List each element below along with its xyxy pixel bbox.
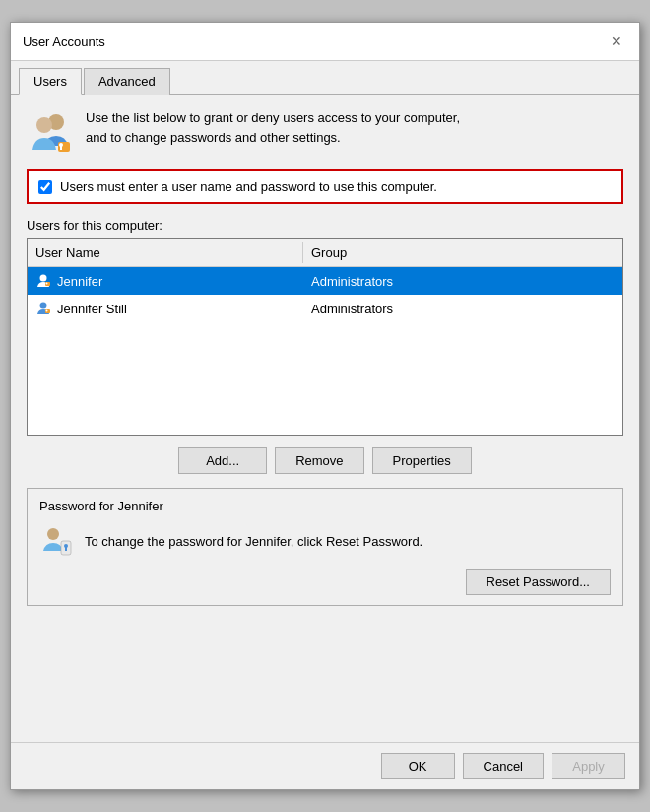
window-title: User Accounts xyxy=(23,34,105,49)
tab-advanced[interactable]: Advanced xyxy=(84,68,170,95)
tab-content: Use the list below to grant or deny user… xyxy=(11,95,639,742)
password-section-title: Password for Jennifer xyxy=(39,499,611,513)
cancel-button[interactable]: Cancel xyxy=(463,753,544,779)
reset-btn-row: Reset Password... xyxy=(39,569,611,595)
col-header-group: Group xyxy=(303,242,622,263)
properties-button[interactable]: Properties xyxy=(372,447,472,474)
user-row-icon xyxy=(35,301,51,316)
dialog-footer: OK Cancel Apply xyxy=(11,742,639,789)
tab-users[interactable]: Users xyxy=(19,68,82,95)
must-enter-password-checkbox[interactable] xyxy=(38,180,52,194)
svg-point-10 xyxy=(46,310,48,312)
users-table: User Name Group Jennifer Administrators xyxy=(27,238,623,436)
user-action-buttons: Add... Remove Properties xyxy=(27,447,623,474)
password-section: Password for Jennifer To change the pass… xyxy=(27,488,623,606)
table-row[interactable]: Jennifer Administrators xyxy=(28,267,622,295)
must-enter-password-section: Users must enter a user name and passwor… xyxy=(27,169,623,204)
users-icon xyxy=(27,108,74,156)
svg-rect-4 xyxy=(60,146,62,150)
users-section-label: Users for this computer: xyxy=(27,218,623,233)
svg-point-8 xyxy=(40,303,47,309)
must-enter-password-label[interactable]: Users must enter a user name and passwor… xyxy=(60,179,437,194)
password-icon xyxy=(39,523,75,559)
close-button[interactable]: ✕ xyxy=(606,31,627,52)
table-header: User Name Group xyxy=(28,239,622,267)
user-row-icon xyxy=(35,273,51,289)
password-inner: To change the password for Jennifer, cli… xyxy=(39,523,611,559)
add-button[interactable]: Add... xyxy=(178,447,267,474)
cell-username: Jennifer Still xyxy=(28,298,303,319)
apply-button[interactable]: Apply xyxy=(552,753,625,779)
svg-rect-14 xyxy=(65,547,67,551)
svg-point-7 xyxy=(46,283,48,285)
reset-password-button[interactable]: Reset Password... xyxy=(466,569,612,595)
tab-bar: Users Advanced xyxy=(11,61,639,95)
svg-point-5 xyxy=(40,275,47,282)
cell-group: Administrators xyxy=(303,271,622,292)
info-text: Use the list below to grant or deny user… xyxy=(86,108,460,147)
remove-button[interactable]: Remove xyxy=(275,447,363,474)
title-bar: User Accounts ✕ xyxy=(11,23,639,61)
svg-point-11 xyxy=(47,528,59,540)
password-description: To change the password for Jennifer, cli… xyxy=(85,534,611,549)
cell-group: Administrators xyxy=(303,299,622,319)
col-header-username: User Name xyxy=(28,242,303,263)
ok-button[interactable]: OK xyxy=(381,753,455,779)
user-accounts-dialog: User Accounts ✕ Users Advanced xyxy=(10,22,640,790)
svg-point-1 xyxy=(36,117,52,133)
table-row[interactable]: Jennifer Still Administrators xyxy=(28,295,622,322)
cell-username: Jennifer xyxy=(28,270,303,292)
info-section: Use the list below to grant or deny user… xyxy=(27,108,623,156)
